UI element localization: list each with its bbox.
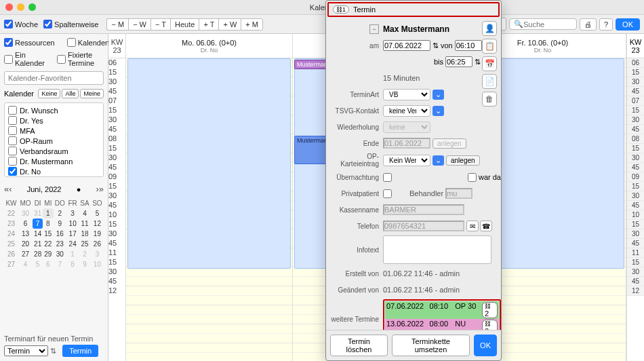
calendar-day[interactable]: 1 <box>66 249 79 259</box>
calendar-day[interactable]: 15 <box>43 229 53 239</box>
calendar-day[interactable]: 4 <box>79 208 91 218</box>
calendar-day[interactable]: 3 <box>91 249 104 259</box>
calendar-day[interactable]: 8 <box>66 259 79 269</box>
spalten-checkbox[interactable] <box>43 20 52 28</box>
toolbar-ok-button[interactable]: OK <box>616 18 640 31</box>
select-arrow-icon[interactable]: ⌄ <box>432 90 444 100</box>
minimize-icon[interactable] <box>17 3 24 11</box>
umsetzen-button[interactable]: Terminkette umsetzen <box>392 335 470 356</box>
next-year-icon[interactable]: » <box>99 184 104 194</box>
select-arrow-icon-3[interactable]: ⌄ <box>432 155 444 166</box>
calendar-day[interactable]: 7 <box>33 218 43 229</box>
help-button[interactable]: ? <box>599 18 613 31</box>
chain-icon[interactable]: ⛓3 <box>482 320 498 330</box>
calendar-day[interactable]: 7 <box>54 259 67 269</box>
sms-icon[interactable]: ✉ <box>466 221 479 231</box>
calendar-day[interactable]: 23 <box>54 239 67 249</box>
date-stepper-icon[interactable]: ⇅ <box>432 41 439 50</box>
time-slot[interactable] <box>126 334 292 343</box>
table-row[interactable]: 07.06.202208:10OP 30⛓2 <box>385 301 499 319</box>
calendar-icon[interactable]: 📅 <box>482 56 497 71</box>
calendar-day[interactable]: 11 <box>79 218 91 229</box>
mini-calendar[interactable]: KWMODIMIDOFRSASO223031123452367891011122… <box>4 198 104 269</box>
zoom-icon[interactable] <box>28 3 36 11</box>
calendar-day[interactable]: 5 <box>33 259 43 269</box>
clipboard-icon[interactable]: 📋 <box>482 39 497 54</box>
tsvg-select[interactable]: keine Ver… <box>383 105 430 117</box>
calendar-item[interactable]: Dr. Yes <box>7 115 101 126</box>
calendar-day[interactable]: 4 <box>18 259 33 269</box>
calendar-day[interactable]: 10 <box>91 259 104 269</box>
chain-icon[interactable]: ⛓2 <box>482 302 498 318</box>
time-slot[interactable] <box>126 305 292 315</box>
nav-plus-week[interactable]: + W <box>218 18 241 31</box>
date-input[interactable] <box>383 40 430 51</box>
calendar-checkbox[interactable] <box>8 147 17 155</box>
calendar-day[interactable]: 6 <box>43 259 53 269</box>
calendar-day[interactable]: 3 <box>66 208 79 218</box>
nav-minus-month[interactable]: − M <box>106 18 128 31</box>
trash-icon[interactable]: 🗑 <box>482 92 497 107</box>
calendar-day[interactable]: 17 <box>66 229 79 239</box>
calendar-day[interactable]: 21 <box>33 239 43 249</box>
nav-today[interactable]: Heute <box>170 18 199 31</box>
calendar-item[interactable]: Dr. Mustermann <box>7 156 101 166</box>
favorites-input[interactable] <box>4 71 104 85</box>
person-icon[interactable]: 👤 <box>482 21 497 36</box>
calendar-day[interactable]: 9 <box>54 218 67 229</box>
calendar-checkbox[interactable] <box>8 167 17 176</box>
calendar-day[interactable]: 6 <box>18 218 33 229</box>
time-slot[interactable] <box>126 353 292 361</box>
calendar-day[interactable]: 9 <box>79 259 91 269</box>
nav-minus-week[interactable]: − W <box>128 18 150 31</box>
calendar-day[interactable]: 2 <box>79 249 91 259</box>
calendar-item[interactable]: Dr. Wunsch <box>7 105 101 115</box>
time-stepper-icon-2[interactable]: ⇅ <box>475 58 481 66</box>
nav-plus-day[interactable]: + T <box>199 18 218 31</box>
window-controls[interactable] <box>5 3 36 11</box>
allday-block-0[interactable] <box>127 58 291 269</box>
calendar-day[interactable]: 30 <box>18 208 33 218</box>
terminart-dlg-select[interactable]: VB <box>383 89 430 100</box>
search-input[interactable] <box>523 20 571 28</box>
today-dot-icon[interactable]: ● <box>77 185 81 193</box>
calendar-checkbox[interactable] <box>8 116 17 125</box>
anlegen-button-2[interactable]: anlegen <box>446 155 480 166</box>
fixierte-checkbox[interactable] <box>57 55 66 64</box>
time-slot[interactable] <box>126 343 292 353</box>
calendar-day[interactable]: 16 <box>54 229 67 239</box>
calendar-day[interactable]: 8 <box>43 218 53 229</box>
calendar-item[interactable]: Verbandsraum <box>7 146 101 156</box>
opk-select[interactable]: Kein Wert <box>383 155 430 166</box>
prev-month-icon[interactable]: ‹ <box>9 184 12 194</box>
calendar-item[interactable]: Dr. No <box>7 166 101 176</box>
calendar-day[interactable]: 18 <box>79 229 91 239</box>
time-to-input[interactable] <box>445 56 472 67</box>
filter-alle[interactable]: Alle <box>62 89 79 98</box>
calendar-day[interactable]: 1 <box>43 208 53 218</box>
infotext-box[interactable] <box>383 235 491 264</box>
calendar-day[interactable]: 10 <box>66 218 79 229</box>
document-icon[interactable]: 📄 <box>482 74 497 89</box>
calendar-day[interactable]: 31 <box>33 208 43 218</box>
disclosure-icon[interactable]: − <box>369 24 379 34</box>
calendar-day[interactable]: 19 <box>91 229 104 239</box>
terminart-select[interactable]: Termin <box>4 345 48 356</box>
uebern-checkbox[interactable] <box>383 173 392 182</box>
calendar-day[interactable]: 5 <box>91 208 104 218</box>
new-termin-button[interactable]: Termin <box>62 345 98 357</box>
warda-checkbox[interactable] <box>468 173 477 182</box>
time-slot[interactable] <box>126 277 292 286</box>
terminart-stepper-icon[interactable]: ⇅ <box>50 347 56 355</box>
calendar-checkbox[interactable] <box>8 136 17 145</box>
calendar-day[interactable]: 12 <box>91 218 104 229</box>
time-slot[interactable] <box>126 267 292 277</box>
calendar-day[interactable]: 14 <box>33 229 43 239</box>
calendar-checkbox[interactable] <box>8 126 17 135</box>
calendar-day[interactable]: 26 <box>91 239 104 249</box>
filter-meine[interactable]: Meine <box>80 89 104 98</box>
time-slot[interactable] <box>126 286 292 296</box>
time-from-input[interactable] <box>455 40 482 51</box>
calendar-item[interactable]: MFA <box>7 126 101 136</box>
filter-keine[interactable]: Keine <box>38 89 60 98</box>
